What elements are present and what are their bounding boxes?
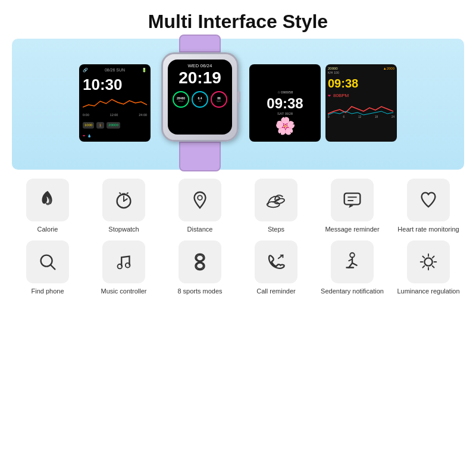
face3-top: 20000▲2000 xyxy=(328,67,394,70)
message-icon-box xyxy=(331,179,374,221)
face1-date: 🔗08/26 SUN🔋 xyxy=(83,68,147,73)
feature-calorie: Calorie xyxy=(12,179,83,233)
features-row2: Find phone Music controller 8 sports xyxy=(12,240,464,295)
heartrate-icon-box xyxy=(407,179,450,221)
findphone-label: Find phone xyxy=(31,287,64,295)
call-icon-box xyxy=(255,240,298,283)
svg-rect-9 xyxy=(345,193,361,205)
feature-sedentary: Sedentary notification xyxy=(317,240,388,295)
face2-sat: SAT 0928 xyxy=(277,112,293,115)
watch-date: WED 06/24 xyxy=(171,63,228,68)
strap-top xyxy=(179,35,221,52)
sun-icon xyxy=(417,251,440,273)
svg-line-27 xyxy=(423,257,425,258)
calorie-icon-box xyxy=(26,179,69,221)
watch-time: 20:19 xyxy=(171,70,228,86)
svg-line-4 xyxy=(119,193,121,194)
sports-icon-box xyxy=(178,240,221,283)
sports-label: 8 sports modes xyxy=(177,287,222,295)
page-header: Multi Interface Style xyxy=(0,0,476,39)
distance-stat: 6.4 mi xyxy=(192,91,208,108)
message-label: Message reminder xyxy=(325,225,379,233)
sedentary-icon-box xyxy=(331,240,374,283)
message-icon xyxy=(341,189,364,211)
flame-icon xyxy=(36,189,59,211)
svg-line-28 xyxy=(433,266,434,268)
distance-icon-box xyxy=(178,179,221,221)
svg-point-17 xyxy=(196,263,203,269)
features-section: Calorie Stopwatch xyxy=(0,170,476,296)
feature-luminance: Luminance regulation xyxy=(393,240,464,295)
feature-call: Call reminder xyxy=(240,240,312,295)
steps-icon-box xyxy=(255,179,298,221)
svg-point-16 xyxy=(196,255,203,261)
feature-steps: Steps xyxy=(240,179,312,233)
svg-point-15 xyxy=(126,263,130,268)
location-pin-icon xyxy=(189,189,211,211)
watch-crown xyxy=(237,91,240,103)
heartrate-label: Heart rate monitoring xyxy=(397,225,459,233)
feature-music: Music controller xyxy=(88,240,159,295)
phone-icon xyxy=(265,251,287,273)
stopwatch-label: Stopwatch xyxy=(108,225,139,233)
luminance-label: Luminance regulation xyxy=(397,287,459,295)
music-note-icon xyxy=(112,251,135,273)
steps-stat: 28460 steps xyxy=(173,91,189,108)
feature-message: Message reminder xyxy=(317,179,388,233)
svg-point-6 xyxy=(198,195,202,200)
heart-icon xyxy=(417,189,440,211)
svg-line-30 xyxy=(423,266,425,268)
svg-line-13 xyxy=(51,265,55,270)
svg-rect-3 xyxy=(122,193,126,195)
watch-section: 🔗08/26 SUN🔋 10:30 0:0012:0024:00 1000 🚶 … xyxy=(12,39,464,170)
sedentary-label: Sedentary notification xyxy=(321,287,384,295)
call-label: Call reminder xyxy=(256,287,295,295)
watch-face-2: ☆ 090958 09:38 SAT 0928 🌸 xyxy=(249,64,321,142)
face2-time: 09:38 xyxy=(267,95,303,112)
strap-bottom xyxy=(179,142,221,171)
sitting-person-icon xyxy=(341,251,364,273)
music-icon-box xyxy=(102,240,145,283)
face2-flower: 🌸 xyxy=(275,116,296,136)
feature-findphone: Find phone xyxy=(12,240,83,295)
features-row1: Calorie Stopwatch xyxy=(12,179,464,233)
luminance-icon-box xyxy=(407,240,450,283)
watch-face-1: 🔗08/26 SUN🔋 10:30 0:0012:0024:00 1000 🚶 … xyxy=(79,64,151,142)
face3-time: 09:38 xyxy=(328,77,394,90)
calorie-label: Calorie xyxy=(37,225,58,233)
distance-label: Distance xyxy=(187,225,213,233)
feature-stopwatch: Stopwatch xyxy=(88,179,159,233)
watch-body: WED 06/24 20:19 28460 steps 6.4 mi 86 bp… xyxy=(161,52,239,142)
page-title: Multi Interface Style xyxy=(0,11,476,33)
shoe-icon xyxy=(265,189,287,211)
feature-sports: 8 sports modes xyxy=(164,240,236,295)
stopwatch-icon-box xyxy=(102,179,145,221)
number8-icon xyxy=(189,251,211,273)
face1-time: 10:30 xyxy=(83,77,147,92)
face3-bpm: 80BPM xyxy=(333,93,349,98)
music-label: Music controller xyxy=(101,287,146,295)
search-icon xyxy=(36,251,59,273)
watch-screen: WED 06/24 20:19 28460 steps 6.4 mi 86 bp… xyxy=(168,60,232,135)
stopwatch-icon xyxy=(112,189,135,211)
bpm-stat: 86 bpm xyxy=(211,91,227,108)
svg-line-29 xyxy=(433,257,434,258)
watch-face-3: 20000▲2000 K/H100 09:38 ❤ 80BPM 06121824 xyxy=(325,64,397,142)
feature-distance: Distance xyxy=(164,179,236,233)
main-watch: WED 06/24 20:19 28460 steps 6.4 mi 86 bp… xyxy=(161,35,239,171)
findphone-icon-box xyxy=(26,240,69,283)
feature-heartrate: Heart rate monitoring xyxy=(393,179,464,233)
watch-stats: 28460 steps 6.4 mi 86 bpm xyxy=(171,91,228,108)
face1-stats: 1000 🚶 20000 xyxy=(83,122,147,129)
steps-label: Steps xyxy=(268,225,284,233)
svg-line-5 xyxy=(127,193,129,194)
face2-num: ☆ 090958 xyxy=(277,90,293,94)
svg-point-22 xyxy=(424,258,432,266)
